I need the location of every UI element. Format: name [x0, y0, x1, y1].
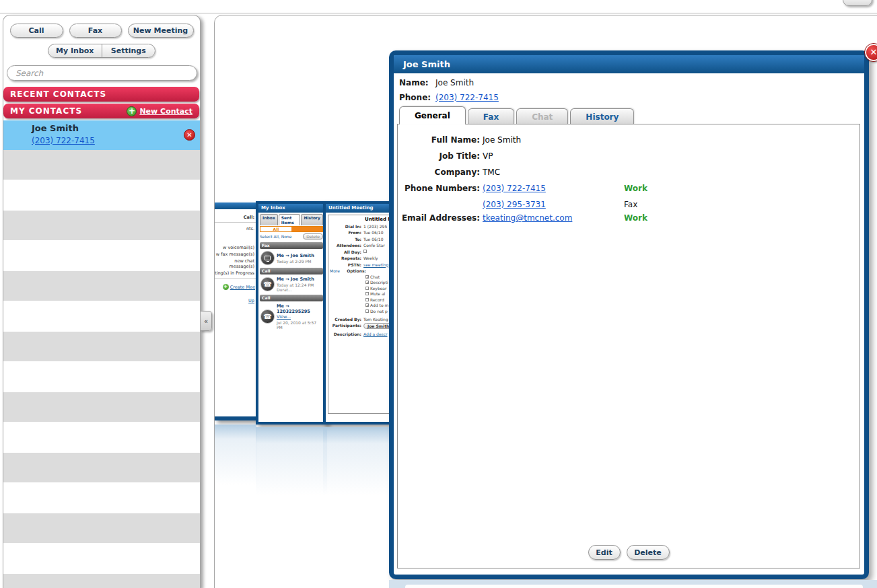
- window-reflection: [256, 427, 327, 518]
- meeting-field-label: Repeats:: [330, 256, 363, 260]
- update-link[interactable]: Up: [248, 298, 254, 303]
- meeting-field-label: Dial In:: [330, 224, 363, 229]
- inbox-item[interactable]: ☎ Me → 12032295295 View... Jul 20, 2010 …: [258, 301, 324, 331]
- top-strip: [0, 0, 877, 13]
- new-contact-link[interactable]: New Contact: [139, 107, 192, 116]
- name-label: Name:: [399, 78, 435, 87]
- contact-placeholder-row: [3, 574, 200, 588]
- inbox-tab-sent-items[interactable]: Sent Items: [279, 214, 301, 225]
- fax-button[interactable]: Fax: [69, 24, 122, 38]
- meeting-field-value: 1 (203) 295: [363, 224, 387, 229]
- phone-number-link[interactable]: (203) 722-7415: [483, 184, 546, 193]
- spacer: [215, 231, 256, 244]
- dialog-action-buttons: Edit Delete: [398, 545, 860, 560]
- contact-name: Joe Smith: [32, 123, 200, 133]
- dashboard-titlebar: [215, 203, 256, 209]
- option-checkbox[interactable]: ✓: [365, 303, 369, 307]
- more-link[interactable]: More: [330, 268, 340, 273]
- plus-icon: +: [127, 106, 137, 116]
- fax-icon: [260, 251, 275, 265]
- tab-fax[interactable]: Fax: [468, 108, 514, 124]
- option-checkbox[interactable]: [365, 309, 369, 313]
- meeting-field-value: Confe Star: [363, 243, 385, 248]
- option-checkbox[interactable]: [365, 298, 369, 301]
- contact-placeholder-row: [3, 453, 200, 482]
- option-label: Do not p: [370, 309, 388, 314]
- inbox-filter-bar[interactable]: All: [260, 226, 323, 232]
- option-checkbox[interactable]: ✓: [365, 275, 369, 279]
- dialog-reflection: [389, 580, 877, 588]
- option-label: Descripti: [370, 280, 388, 285]
- options-label: Options:: [341, 268, 368, 273]
- call-button[interactable]: Call: [10, 24, 63, 38]
- background-window-inbox: My Inbox Inbox Sent Items History All Se…: [256, 201, 327, 425]
- edit-button[interactable]: Edit: [588, 545, 621, 560]
- option-checkbox[interactable]: [365, 287, 369, 290]
- option-label: Keyboar: [370, 286, 387, 291]
- contact-placeholder-row: [3, 513, 200, 543]
- add-description-link[interactable]: Add a descr: [363, 332, 388, 336]
- contact-phone-link[interactable]: (203) 722-7415: [32, 136, 95, 145]
- created-by-value: Tom Keating: [363, 317, 388, 322]
- contact-placeholder-row: [3, 211, 200, 240]
- inbox-select-links[interactable]: Select All, None: [260, 234, 291, 239]
- meeting-field-label: PSTN:: [330, 262, 363, 267]
- inbox-filter-all[interactable]: All: [260, 227, 291, 231]
- inbox-item[interactable]: Me → Joe Smith Today at 2:29 PM: [258, 249, 324, 266]
- detail-row-phone-1: Phone Numbers: (203) 722-7415 Work: [398, 184, 860, 193]
- dialog-titlebar[interactable]: Joe Smith: [394, 55, 864, 73]
- name-value: Joe Smith: [435, 78, 474, 87]
- sidebar-collapse-handle[interactable]: «: [201, 311, 212, 331]
- option-checkbox[interactable]: [365, 292, 369, 295]
- phone-icon: ☎: [260, 277, 275, 291]
- inbox-filter-right[interactable]: [291, 227, 322, 231]
- phone-link[interactable]: (203) 722-7415: [435, 93, 499, 102]
- settings-tab[interactable]: Settings: [102, 44, 155, 57]
- close-icon[interactable]: ✕: [865, 44, 877, 61]
- option-label: Mute al: [370, 291, 385, 296]
- email-link[interactable]: tkeating@tmcnet.com: [483, 213, 572, 223]
- inbox-titlebar[interactable]: My Inbox: [258, 204, 324, 213]
- my-contacts-header[interactable]: MY CONTACTS + New Contact: [3, 104, 199, 118]
- delete-contact-icon[interactable]: ✕: [184, 129, 195, 141]
- created-by-label: Created By:: [330, 317, 363, 322]
- recent-contacts-header[interactable]: RECENT CONTACTS: [3, 87, 199, 102]
- inbox-tab-inbox[interactable]: Inbox: [260, 214, 278, 225]
- meeting-field-value: Tue 06/10: [363, 230, 383, 235]
- contact-placeholder-gap: [3, 543, 200, 574]
- option-label: Add to m: [370, 303, 388, 307]
- meeting-field-value: Tue 06/10: [363, 237, 383, 242]
- option-checkbox[interactable]: ✓: [365, 281, 369, 284]
- full-name-value: Joe Smith: [483, 135, 521, 145]
- inbox-tab-history[interactable]: History: [301, 214, 323, 225]
- search-input[interactable]: [7, 65, 197, 81]
- meeting-field-value: Weekly: [363, 256, 378, 260]
- dashboard-counter: ting(s) in Progress: [215, 269, 256, 276]
- view-link[interactable]: View...: [277, 314, 291, 320]
- inbox-group-header: Fax: [260, 242, 323, 249]
- meeting-pstn-link[interactable]: see meeting: [363, 262, 388, 267]
- all-day-checkbox[interactable]: [363, 250, 367, 253]
- contact-row-joe-smith[interactable]: Joe Smith (203) 722-7415 ✕: [3, 120, 200, 150]
- my-inbox-tab[interactable]: My Inbox: [48, 44, 102, 57]
- dialog-tab-content: Full Name: Joe Smith Job Title: VP Compa…: [397, 124, 860, 568]
- delete-button[interactable]: Delete: [627, 545, 670, 560]
- contact-placeholder-row: [3, 150, 200, 180]
- create-meeting-link[interactable]: Create Mee: [230, 285, 255, 290]
- inbox-delete-button[interactable]: Delete: [303, 233, 323, 240]
- sidebar-nav-tabs: My Inbox Settings: [48, 44, 155, 58]
- tab-history[interactable]: History: [570, 108, 634, 124]
- contacts-sidebar: Call Fax New Meeting My Inbox Settings R…: [3, 15, 201, 588]
- top-right-partial-button[interactable]: [843, 0, 872, 6]
- new-meeting-button[interactable]: New Meeting: [128, 24, 194, 38]
- dashboard-create-meeting[interactable]: + Create Mee: [215, 284, 256, 290]
- phone-type: Work: [624, 184, 647, 193]
- contact-placeholder-gap: [3, 482, 200, 513]
- phone-number-link[interactable]: (203) 295-3731: [483, 200, 546, 209]
- dialog-body: Name: Joe Smith Phone: (203) 722-7415 Ge…: [394, 73, 864, 575]
- description-label: Description:: [330, 332, 363, 336]
- tab-general[interactable]: General: [399, 106, 466, 124]
- new-contact-action[interactable]: + New Contact: [127, 106, 192, 116]
- contact-placeholder-row: [3, 271, 200, 301]
- inbox-item[interactable]: ☎ Me → Joe Smith Today at 12:24 PM Durat…: [258, 274, 324, 293]
